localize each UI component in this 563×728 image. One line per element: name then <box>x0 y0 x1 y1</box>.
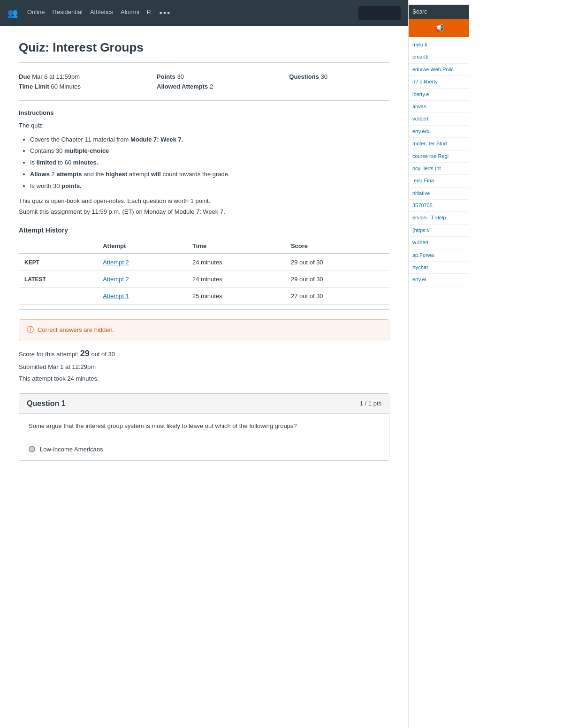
sidebar-link-13[interactable]: 3570705 <box>409 200 469 212</box>
row-time-1: 25 minutes <box>187 288 285 305</box>
users-icon: 👥 <box>8 8 18 18</box>
meta-points: Points 30 <box>157 73 275 80</box>
quiz-title: Quiz: Interest Groups <box>19 40 389 55</box>
meta-attempts-label: Allowed Attempts <box>157 83 208 90</box>
table-row: KEPT Attempt 2 24 minutes 29 out of 30 <box>19 254 389 271</box>
row-label-attempt1 <box>19 288 97 305</box>
attempt-history-heading: Attempt History <box>19 226 389 234</box>
sidebar-link-11[interactable]: .edu Fina <box>409 175 469 187</box>
sidebar-link-18[interactable]: rtychat <box>409 262 469 274</box>
meta-timelimit: Time Limit 60 Minutes <box>19 83 143 90</box>
meta-due-value: Mar 6 at 11:59pm <box>32 73 80 80</box>
question-1-text: Some argue that the interest group syste… <box>29 421 380 431</box>
nav-alumni[interactable]: Alumni <box>121 8 139 18</box>
sidebar-link-17[interactable]: ap.Forwa <box>409 249 469 262</box>
sidebar-link-8[interactable]: muter- ter Stud <box>409 138 469 150</box>
attempt2-latest-link[interactable]: Attempt 2 <box>103 276 129 283</box>
sidebar-link-2[interactable]: edu/we Web Polic <box>409 64 469 76</box>
meta-points-label: Points <box>157 73 175 80</box>
page-content: Quiz: Interest Groups Due Mar 6 at 11:59… <box>0 26 408 728</box>
row-score-latest: 29 out of 30 <box>285 271 389 288</box>
row-attempt-kept: Attempt 2 <box>97 254 187 271</box>
col-score: Score <box>285 239 389 254</box>
quiz-meta: Due Mar 6 at 11:59pm Points 30 Questions… <box>19 68 389 96</box>
row-label-kept: KEPT <box>19 254 97 271</box>
score-number: 29 <box>80 349 90 358</box>
question-1-title: Question 1 <box>27 399 66 408</box>
row-time-kept: 24 minutes <box>187 254 285 271</box>
meta-questions-label: Questions <box>289 73 319 80</box>
col-label <box>19 239 97 254</box>
attempt1-link[interactable]: Attempt 1 <box>103 293 129 300</box>
sidebar-link-6[interactable]: w.libert <box>409 113 469 125</box>
score-label: Score for this attempt: <box>19 351 80 358</box>
warning-icon: ⓘ <box>27 325 34 334</box>
sidebar-links: mylu.li email.li edu/we Web Polic n? o.l… <box>409 37 469 288</box>
sidebar-link-4[interactable]: lberty.e <box>409 89 469 101</box>
correct-hidden-text: Correct answers are hidden. <box>38 326 114 333</box>
table-row: Attempt 1 25 minutes 27 out of 30 <box>19 288 389 305</box>
sidebar-link-3[interactable]: n? o.liberty. <box>409 76 469 88</box>
user-avatar[interactable] <box>358 6 401 20</box>
row-score-kept: 29 out of 30 <box>285 254 389 271</box>
sidebar-link-19[interactable]: erty.el <box>409 274 469 286</box>
instructions-intro: The quiz: <box>19 121 389 130</box>
bullet-3: Is limited to 60 minutes. <box>30 158 389 168</box>
row-attempt-latest: Attempt 2 <box>97 271 187 288</box>
submitted-line: Submitted Mar 1 at 12:29pm <box>19 362 389 372</box>
sidebar-link-1[interactable]: email.li <box>409 51 469 63</box>
sidebar-announcement-icon[interactable]: 📢 <box>409 19 469 37</box>
sidebar-link-0[interactable]: mylu.li <box>409 39 469 51</box>
correct-hidden-box: ⓘ Correct answers are hidden. <box>19 319 389 340</box>
sidebar-link-7[interactable]: erty.edu <box>409 126 469 138</box>
sidebar-search-area: Searc <box>409 5 469 19</box>
meta-due: Due Mar 6 at 11:59pm <box>19 73 143 80</box>
nav-online[interactable]: Online <box>27 8 45 18</box>
row-time-latest: 24 minutes <box>187 271 285 288</box>
open-book-note: This quiz is open-book and open-notes. E… <box>19 197 389 204</box>
sidebar-link-12[interactable]: nitiative <box>409 188 469 200</box>
col-time: Time <box>187 239 285 254</box>
nav-p[interactable]: P. <box>147 8 152 18</box>
nav-more-dots[interactable]: ••• <box>159 8 171 18</box>
meta-questions-value: 30 <box>320 73 327 80</box>
attempt2-kept-link[interactable]: Attempt 2 <box>103 259 129 266</box>
sidebar-link-10[interactable]: ncy- lerts (ht <box>409 163 469 175</box>
attempt-history-table: Attempt Time Score KEPT Attempt 2 24 min… <box>19 239 389 305</box>
question-1-body: Some argue that the interest group syste… <box>19 414 389 460</box>
question-1-header: Question 1 1 / 1 pts <box>19 394 389 414</box>
main-wrapper: 👥 Online Residential Athletics Alumni P.… <box>0 0 408 728</box>
score-total: out of 30 <box>90 351 115 358</box>
row-score-1: 27 out of 30 <box>285 288 389 305</box>
took-line: This attempt took 24 minutes. <box>19 374 389 384</box>
sidebar-link-16[interactable]: w.libert <box>409 237 469 249</box>
meta-divider-bottom <box>19 100 389 101</box>
bullet-1: Covers the Chapter 11 material from Modu… <box>30 135 389 145</box>
meta-timelimit-value: 60 Minutes <box>51 83 81 90</box>
row-attempt-1: Attempt 1 <box>97 288 187 305</box>
top-nav: 👥 Online Residential Athletics Alumni P.… <box>0 0 408 26</box>
question-1-pts: 1 / 1 pts <box>360 400 381 407</box>
radio-button[interactable] <box>29 446 35 452</box>
answer-divider <box>29 439 380 439</box>
nav-links: Online Residential Athletics Alumni P. •… <box>27 8 349 18</box>
instructions-heading: Instructions <box>19 109 389 116</box>
meta-points-value: 30 <box>177 73 183 80</box>
sidebar-link-9[interactable]: course rse Regi <box>409 150 469 163</box>
sidebar-search-label: Searc <box>412 8 427 15</box>
nav-athletics[interactable]: Athletics <box>90 8 113 18</box>
row-label-latest: LATEST <box>19 271 97 288</box>
table-row: LATEST Attempt 2 24 minutes 29 out of 30 <box>19 271 389 288</box>
answer-option-1: Low-income Americans <box>29 446 380 453</box>
meta-divider-top <box>19 62 389 63</box>
instructions-list: Covers the Chapter 11 material from Modu… <box>19 135 389 191</box>
after-table-divider <box>19 309 389 310</box>
meta-attempts: Allowed Attempts 2 <box>157 83 275 90</box>
sidebar-link-15[interactable]: (https:// <box>409 225 469 237</box>
bullet-4: Allows 2 attempts and the highest attemp… <box>30 170 389 180</box>
sidebar-link-5[interactable]: anvas. <box>409 101 469 113</box>
bullet-2: Contains 30 multiple-choice <box>30 146 389 156</box>
answer-text: Low-income Americans <box>40 446 103 453</box>
nav-residential[interactable]: Residential <box>53 8 83 18</box>
sidebar-link-14[interactable]: ervice- IT Help <box>409 212 469 224</box>
